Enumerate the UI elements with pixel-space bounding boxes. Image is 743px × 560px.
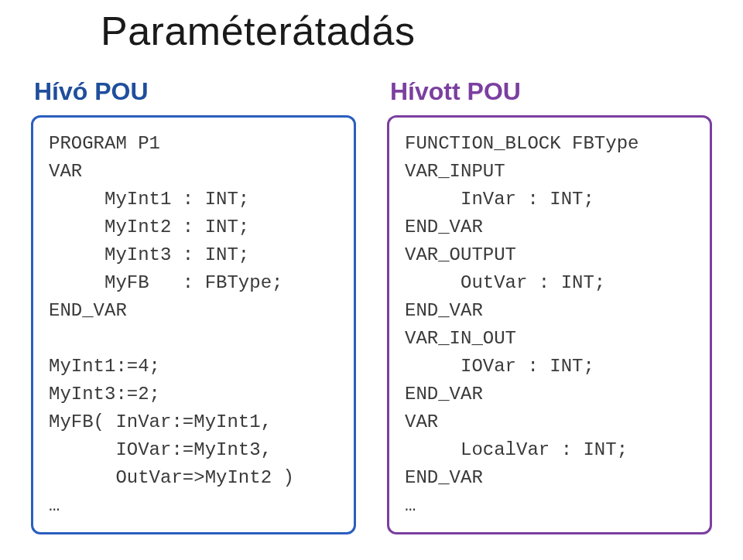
- right-heading: Hívott POU: [390, 77, 712, 106]
- right-column: Hívott POU FUNCTION_BLOCK FBType VAR_INP…: [387, 77, 712, 534]
- right-code-block: FUNCTION_BLOCK FBType VAR_INPUT InVar : …: [387, 115, 712, 534]
- left-heading: Hívó POU: [34, 77, 356, 106]
- slide-title: Paraméterátadás: [101, 8, 712, 54]
- left-column: Hívó POU PROGRAM P1 VAR MyInt1 : INT; My…: [31, 77, 356, 534]
- content-columns: Hívó POU PROGRAM P1 VAR MyInt1 : INT; My…: [31, 77, 712, 534]
- left-code-block: PROGRAM P1 VAR MyInt1 : INT; MyInt2 : IN…: [31, 115, 356, 534]
